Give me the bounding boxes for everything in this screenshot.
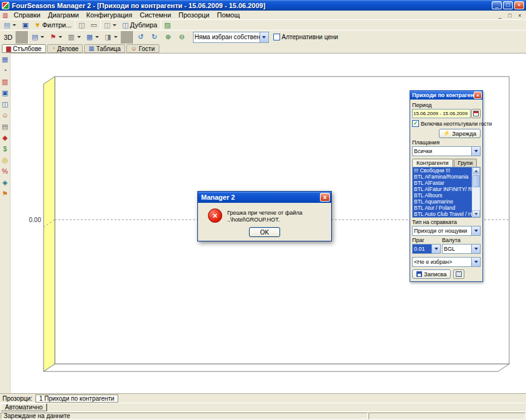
contractor-item[interactable]: BTL Atur / Poland [413,205,472,211]
print-button[interactable]: ▭ [88,21,100,30]
bars-icon[interactable]: ▥ [1,77,10,86]
duplicate-button[interactable]: ◫ Дублира [120,21,159,30]
save-button[interactable]: ▣ [19,21,31,30]
tab-groups[interactable]: Групи [454,159,477,167]
print-preview-button[interactable]: ◫ [76,21,87,30]
tab-table[interactable]: ▦ Таблица [84,44,125,53]
minimize-button[interactable]: _ [492,1,502,9]
rotate-left-button[interactable]: ↺ [134,31,148,44]
mdi-minimize-button[interactable]: _ [495,11,504,19]
menu-bar: ▥ СправкиДиаграмиКонфигурацияСистемниПро… [0,11,526,19]
new-report-button[interactable]: ▤ [1,21,19,30]
pie-icon[interactable]: ◔ [1,66,10,75]
dialog-title-bar[interactable]: Manager 2 × [198,192,331,203]
contractor-item[interactable]: !!! Свободни !!! [413,167,472,174]
diamond-icon[interactable]: ◆ [1,133,10,142]
toolbar-separator [16,31,29,44]
currency-select[interactable]: BGL [442,244,481,254]
scroll-down-button[interactable] [472,210,480,217]
tab-guests[interactable]: ☺ Гости [126,44,159,53]
copy-button[interactable]: ◫ [101,21,119,30]
menu-item[interactable]: Диаграми [44,11,83,19]
zoom-out-button[interactable]: ⊖ [176,31,189,44]
swap-icon[interactable]: ◈ [1,178,10,187]
image-button[interactable]: ▨ [162,21,173,30]
toolbar-separator [121,31,134,44]
tab-shares[interactable]: ◔ Дялове [47,44,83,53]
dialog-close-button[interactable]: × [320,193,330,202]
table-icon[interactable]: ▤ [1,122,10,131]
menu-item[interactable]: Помощ [213,11,243,19]
contractors-listbox: !!! Свободни !!! BTL AFamina/Romania BTL… [412,167,481,218]
dollar-icon[interactable]: $ [1,144,10,154]
extra-select[interactable]: <Не е избран> [412,257,481,267]
grid-button[interactable]: ▦ [84,31,101,44]
contractor-item[interactable]: BTL AFamina/Romania [413,174,472,180]
3d-toggle-button[interactable]: 3D [1,31,15,44]
legend-button[interactable]: ▥ [65,31,83,44]
contractor-item[interactable]: BTL AlFatur INFINITY/ Romani [413,186,472,192]
menu-item[interactable]: Справки [10,11,44,19]
contractor-item[interactable]: BTL Aquamarine [413,198,472,205]
guests-icon[interactable]: ☺ [1,111,10,120]
chevron-down-icon [77,36,81,38]
dropdown-arrow-icon[interactable] [471,147,480,156]
dropdown-arrow-icon[interactable] [260,32,268,42]
table-options-button[interactable] [453,269,464,279]
owner-select[interactable]: Няма избран собственици [193,32,269,43]
list-scrollbar[interactable] [472,167,480,217]
panel-close-button[interactable]: × [474,91,482,99]
dropdown-arrow-icon[interactable] [471,258,480,266]
menu-item[interactable]: Прозорци [175,11,214,19]
chart-type-button[interactable]: ▤ [29,31,47,44]
alt-prices-checkbox[interactable] [273,34,280,40]
axis-zero-label: 0.00 [29,217,42,223]
scroll-up-button[interactable] [472,167,480,174]
close-button[interactable]: × [514,1,524,9]
auto-button[interactable]: Автоматично [1,403,47,411]
contractor-item[interactable]: BTL Auto Club Travel / Hunga [413,211,472,217]
threshold-input[interactable]: 0.01 [412,244,441,254]
calendar-button[interactable] [471,109,481,118]
menu-item[interactable]: Конфигурация [83,11,136,19]
period-input[interactable]: 15.06.2009 - 15.06.2009 [412,109,471,118]
coins-icon[interactable]: ◎ [1,156,10,165]
menu-item[interactable]: Системни [136,11,174,19]
mdi-restore-button[interactable]: □ [505,11,514,19]
tab-columns[interactable]: ▆ Стълбове [2,44,46,53]
box-icon[interactable]: ▣ [1,88,10,98]
save-report-button[interactable]: Записва [412,269,451,279]
ok-button[interactable]: OK [249,227,280,237]
chevron-down-icon [95,36,99,38]
scroll-thumb[interactable] [472,175,480,187]
mdi-close-button[interactable]: × [515,11,524,19]
toolbar-separator [100,21,101,29]
report-type-select[interactable]: Приходи от нощувки [412,226,481,236]
title-bar: FourSeasons Manager 2 - [Приходи по конт… [0,0,526,11]
dropdown-arrow-icon[interactable] [471,226,480,235]
chevron-down-icon [12,24,16,26]
grid-3d-icon[interactable]: ▦ [1,55,10,64]
filters-button[interactable]: ▼ Филтри... [32,21,74,30]
dropdown-arrow-icon[interactable] [431,245,440,253]
panel-title-bar[interactable]: Приходи по контрагенти × [410,91,482,100]
status-bar: Зареждане на данните [0,411,526,420]
window-toggle-button[interactable]: 1 Приходи по контрагенти [35,394,118,403]
payments-select[interactable]: Всички [412,146,481,156]
toolbar-separator [161,21,161,29]
contractor-item[interactable]: BTL Alltours [413,192,472,198]
dropdown-arrow-icon[interactable] [471,245,480,253]
maximize-button[interactable]: □ [503,1,513,9]
tab-contractors[interactable]: Контрагенти [412,159,453,167]
paint-button[interactable]: ◨ [102,31,120,44]
window-icon[interactable]: ◫ [1,100,10,109]
load-button[interactable]: ⚡ Зарежда [439,129,481,138]
flag-icon[interactable]: ⚑ [1,189,10,198]
marks-button[interactable]: ⚑ [47,31,65,44]
zoom-in-button[interactable]: ⊕ [162,31,175,44]
include-guests-checkbox[interactable]: ✓ [412,120,419,127]
percent-icon[interactable]: % [1,167,10,176]
alt-prices-option: Алтернативни цени [273,34,339,40]
contractor-item[interactable]: BTL AlFastar [413,180,472,186]
rotate-right-button[interactable]: ↻ [148,31,161,44]
